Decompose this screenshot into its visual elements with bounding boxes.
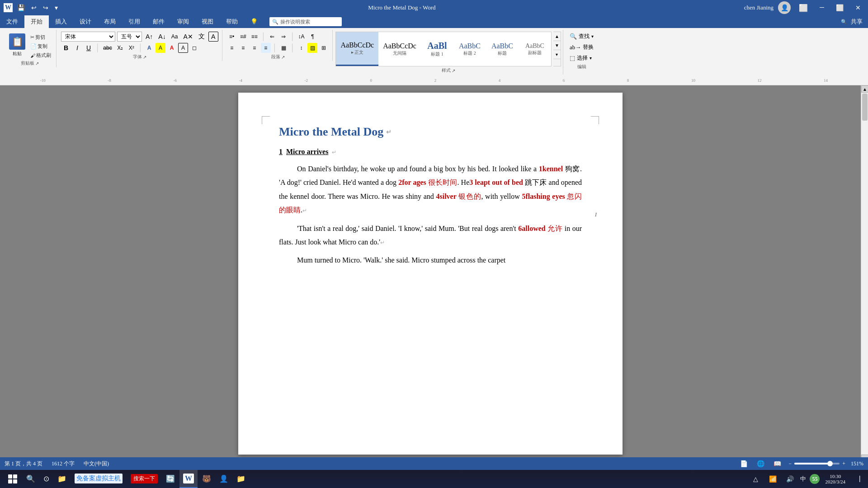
tab-mailings[interactable]: 邮件	[146, 15, 171, 28]
paragraph-expand-icon[interactable]: ↗	[281, 55, 285, 60]
border-text-button[interactable]: A	[208, 32, 218, 42]
taskbar-app1[interactable]: 🐻	[198, 470, 215, 488]
share-button[interactable]: 共享	[851, 18, 863, 26]
zoom-out-button[interactable]: −	[788, 460, 792, 467]
taskbar-app2[interactable]: 👤	[216, 470, 232, 488]
quick-access-dropdown[interactable]: ▾	[53, 3, 60, 13]
line-spacing-button[interactable]: ↕	[296, 43, 306, 53]
taskbar-file-explorer[interactable]: 📁	[54, 470, 70, 488]
style-heading2[interactable]: AaBbC 标题 2	[453, 32, 486, 66]
style-no-spacing[interactable]: AaBbCcDc 无间隔	[378, 32, 421, 66]
replace-button[interactable]: ab→ 替换	[568, 42, 595, 52]
taskbar-browser[interactable]: 免备案虚拟主机	[71, 470, 126, 488]
paste-button[interactable]: 📋 粘贴	[7, 32, 27, 59]
taskbar-search2[interactable]: 搜索一下	[127, 470, 161, 488]
zoom-percent[interactable]: 151%	[851, 460, 863, 467]
align-left-button[interactable]: ≡	[227, 43, 237, 53]
font-grow-button[interactable]: A↑	[144, 32, 155, 42]
style-heading1[interactable]: AaBl 标题 1	[421, 32, 453, 66]
vertical-scrollbar[interactable]: ▲ ▼	[861, 85, 868, 462]
find-dropdown-icon[interactable]: ▾	[591, 34, 594, 39]
styles-scroll-down[interactable]: ▼	[553, 41, 561, 50]
tab-home[interactable]: 开始	[24, 15, 49, 28]
user-name[interactable]: chen Jianing	[744, 4, 774, 11]
scroll-up-button[interactable]: ▲	[861, 85, 868, 93]
zoom-in-button[interactable]: +	[842, 460, 845, 467]
taskbar-word[interactable]: W	[179, 470, 198, 488]
tab-design[interactable]: 设计	[73, 15, 98, 28]
ime-status[interactable]: 55	[810, 474, 820, 484]
volume-icon[interactable]: 🔊	[783, 470, 797, 488]
user-avatar[interactable]: 👤	[778, 1, 791, 14]
taskbar-taskview[interactable]: ⊙	[40, 470, 53, 488]
print-layout-view[interactable]: 📄	[738, 459, 750, 469]
italic-button[interactable]: I	[72, 43, 82, 53]
bullets-button[interactable]: ≡•	[227, 32, 237, 42]
tab-insert[interactable]: 插入	[49, 15, 73, 28]
show-desktop-button[interactable]: ▕	[851, 470, 864, 488]
phonetic-button[interactable]: 文	[197, 32, 207, 42]
decrease-indent-button[interactable]: ⇐	[267, 32, 277, 42]
clear-format-button[interactable]: A✕	[181, 32, 194, 42]
undo-button[interactable]: ↩	[29, 3, 38, 13]
show-formatting-button[interactable]: ¶	[307, 32, 317, 42]
style-normal[interactable]: AaBbCcDc ▸ 正文	[336, 32, 378, 66]
zoom-thumb[interactable]	[827, 461, 833, 466]
increase-indent-button[interactable]: ⇒	[278, 32, 288, 42]
taskbar-browser2[interactable]: 🔄	[162, 470, 179, 488]
notifications-icon[interactable]: △	[749, 470, 762, 488]
align-center-button[interactable]: ≡	[238, 43, 248, 53]
styles-expand-icon[interactable]: ↗	[452, 68, 455, 73]
search-field[interactable]: 🔍 操作说明搜索	[269, 17, 342, 26]
styles-scroll-up[interactable]: ▲	[553, 32, 561, 41]
tab-ideas[interactable]: 💡	[244, 15, 264, 28]
language[interactable]: 中文(中国)	[84, 460, 109, 468]
tab-references[interactable]: 引用	[122, 15, 146, 28]
start-button[interactable]	[4, 470, 22, 488]
redo-button[interactable]: ↪	[41, 3, 50, 13]
justify-button[interactable]: ≡	[261, 43, 271, 53]
find-button[interactable]: 🔍 查找 ▾	[568, 32, 595, 41]
select-button[interactable]: ⬚ 选择 ▾	[568, 53, 595, 63]
web-layout-view[interactable]: 🌐	[755, 459, 766, 469]
tab-layout[interactable]: 布局	[98, 15, 122, 28]
close-button[interactable]: ✕	[852, 2, 864, 14]
align-right-button[interactable]: ≡	[250, 43, 259, 53]
system-clock[interactable]: 10:30 2020/3/24	[823, 474, 847, 484]
char-shade-button[interactable]: ◻	[189, 43, 199, 53]
text-effect-button[interactable]: A	[144, 43, 154, 53]
save-button[interactable]: 💾	[15, 3, 27, 13]
char-border-button[interactable]: A	[178, 43, 188, 53]
zoom-slider[interactable]: − +	[788, 460, 845, 467]
numbering-button[interactable]: ≡#	[238, 32, 248, 42]
scroll-track[interactable]	[861, 93, 868, 455]
zoom-bar[interactable]	[794, 463, 840, 465]
tab-file[interactable]: 文件	[0, 15, 24, 28]
font-color-button[interactable]: A	[167, 43, 177, 53]
clipboard-expand-icon[interactable]: ↗	[35, 61, 39, 66]
copy-button[interactable]: 📄复制	[29, 42, 52, 50]
tab-view[interactable]: 视图	[195, 15, 220, 28]
cut-button[interactable]: ✂剪切	[29, 33, 52, 41]
strikethrough-button[interactable]: abc	[101, 43, 113, 53]
shading-button[interactable]: ▨	[307, 43, 317, 53]
taskbar-search[interactable]: 🔍	[23, 470, 39, 488]
superscript-button[interactable]: X²	[127, 43, 137, 53]
font-shrink-button[interactable]: A↓	[156, 32, 167, 42]
font-family-select[interactable]: 宋体	[61, 32, 115, 42]
tab-help[interactable]: 帮助	[220, 15, 244, 28]
select-dropdown-icon[interactable]: ▾	[590, 56, 592, 61]
ime-label[interactable]: 中	[800, 475, 806, 483]
minimize-button[interactable]: ─	[816, 2, 828, 13]
format-painter-button[interactable]: 🖌格式刷	[29, 52, 52, 59]
subscript-button[interactable]: X₂	[115, 43, 125, 53]
columns-button[interactable]: ▦	[278, 43, 288, 53]
bold-button[interactable]: B	[61, 43, 71, 53]
styles-expand-button[interactable]: ▾	[553, 50, 561, 59]
text-highlight-button[interactable]: A	[156, 43, 165, 53]
style-subtitle[interactable]: AaBbC 副标题	[519, 32, 551, 66]
change-case-button[interactable]: Aa	[170, 32, 180, 42]
ribbon-toggle-button[interactable]: ⬜	[795, 3, 811, 13]
sort-button[interactable]: ↕A	[296, 32, 306, 42]
border-button[interactable]: ⊞	[319, 43, 329, 53]
